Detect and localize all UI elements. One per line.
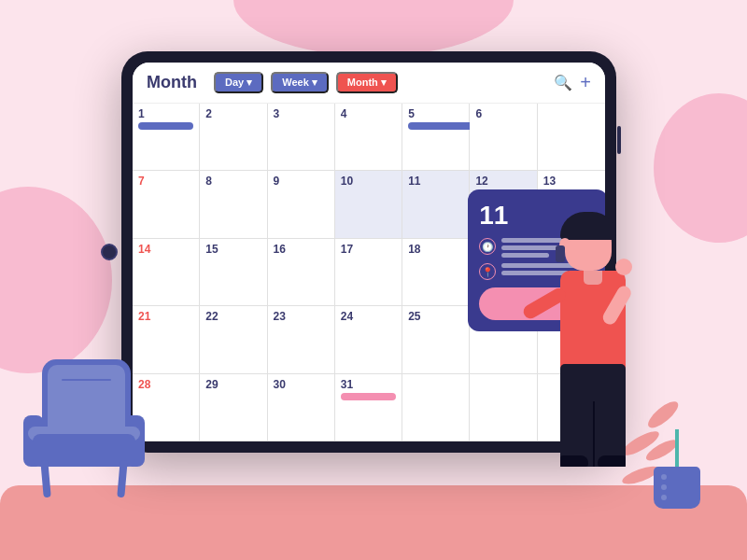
cal-cell-22[interactable]: 22 [200, 306, 267, 373]
cal-cell-11[interactable]: 11 11 🕐 📍 [402, 171, 470, 238]
cal-cell-10[interactable]: 10 [335, 171, 402, 238]
plant-stem [675, 429, 679, 467]
cal-cell-24[interactable]: 24 [335, 306, 402, 373]
person-phone [556, 245, 565, 262]
day-number-8: 8 [205, 175, 261, 188]
cal-cell-empty-2 [402, 374, 470, 441]
day-number-1: 1 [138, 107, 193, 120]
day-number-5: 5 [408, 107, 463, 120]
cal-cell-9[interactable]: 9 [268, 171, 335, 238]
cal-cell-5[interactable]: 5 [402, 104, 470, 171]
day-number-14: 14 [138, 243, 193, 256]
cal-cell-17[interactable]: 17 [335, 239, 402, 306]
day-number-13: 13 [543, 175, 599, 188]
chair-back-line [62, 379, 111, 381]
day-number-4: 4 [341, 107, 396, 120]
day-number-21: 21 [138, 310, 193, 323]
location-icon: 📍 [479, 263, 496, 280]
month-view-button[interactable]: Month ▾ [336, 72, 398, 93]
cal-cell-14[interactable]: 14 [133, 239, 200, 306]
day-number-12: 12 [475, 175, 530, 188]
day-number-18: 18 [408, 243, 463, 256]
background-blob-top [233, 0, 514, 56]
background-blob-left [0, 187, 112, 373]
day-number-6: 6 [475, 107, 530, 120]
person-collar [584, 271, 602, 285]
day-number-23: 23 [274, 310, 329, 323]
cal-cell-3[interactable]: 3 [268, 104, 335, 171]
day-number-29: 29 [205, 378, 261, 391]
day-number-7: 7 [138, 175, 193, 188]
plant-pot-dots [661, 474, 667, 500]
cal-cell-6[interactable]: 6 [470, 104, 537, 171]
day-number-25: 25 [408, 310, 463, 323]
cal-cell-1[interactable]: 1 [133, 104, 200, 171]
cal-cell-7[interactable]: 7 [133, 171, 200, 238]
cal-cell-2[interactable]: 2 [200, 104, 267, 171]
tablet-power-button[interactable] [617, 126, 621, 154]
person-body [560, 271, 626, 373]
day-number-16: 16 [274, 243, 329, 256]
cal-cell-23[interactable]: 23 [268, 306, 335, 373]
leaf-1 [644, 398, 682, 432]
search-icon[interactable]: 🔍 [554, 74, 572, 91]
background-blob-right [654, 93, 747, 243]
day-number-28: 28 [138, 378, 193, 391]
day-number-22: 22 [205, 310, 261, 323]
plant-pot [654, 467, 700, 509]
person-shoe-left [560, 455, 588, 467]
day-number-10: 10 [341, 175, 396, 188]
day-view-button[interactable]: Day ▾ [214, 72, 263, 93]
pot-dot-1 [661, 474, 667, 480]
person-hand [615, 259, 632, 275]
pot-dot-2 [661, 484, 667, 490]
event-bar [138, 122, 193, 130]
day-number-15: 15 [205, 243, 261, 256]
cal-cell-29[interactable]: 29 [200, 374, 267, 441]
tablet-home-button[interactable] [101, 244, 118, 260]
day-number-24: 24 [341, 310, 396, 323]
clock-icon: 🕐 [479, 238, 496, 255]
day-number-30: 30 [274, 378, 329, 391]
day-number-2: 2 [205, 107, 261, 120]
cal-cell-18[interactable]: 18 [402, 239, 470, 306]
week-view-button[interactable]: Week ▾ [271, 72, 329, 93]
person-pants [560, 364, 626, 467]
cal-cell-31[interactable]: 31 [335, 374, 402, 441]
day-number-9: 9 [274, 175, 329, 188]
calendar-title: Month [147, 73, 197, 92]
cal-cell-8[interactable]: 8 [200, 171, 267, 238]
cal-cell-4[interactable]: 4 [335, 104, 402, 171]
person-head [565, 219, 612, 271]
person-figure [514, 219, 635, 499]
armchair [23, 359, 145, 509]
add-event-icon[interactable]: + [580, 72, 591, 93]
person-leg-split [593, 401, 595, 467]
day-number-17: 17 [341, 243, 396, 256]
cal-cell-30[interactable]: 30 [268, 374, 335, 441]
person-shoe-right [598, 455, 626, 467]
day-number-3: 3 [274, 107, 329, 120]
cal-cell-25[interactable]: 25 [402, 306, 470, 373]
cal-cell-empty [538, 104, 605, 171]
cal-cell-16[interactable]: 16 [268, 239, 335, 306]
event-bar-pink [341, 393, 396, 400]
potted-plant [640, 429, 714, 509]
cal-cell-15[interactable]: 15 [200, 239, 267, 306]
calendar-header: Month Day ▾ Week ▾ Month ▾ 🔍 + [133, 63, 605, 104]
day-number-11: 11 [408, 175, 463, 188]
day-number-31: 31 [341, 378, 396, 391]
pot-dot-3 [661, 495, 667, 500]
